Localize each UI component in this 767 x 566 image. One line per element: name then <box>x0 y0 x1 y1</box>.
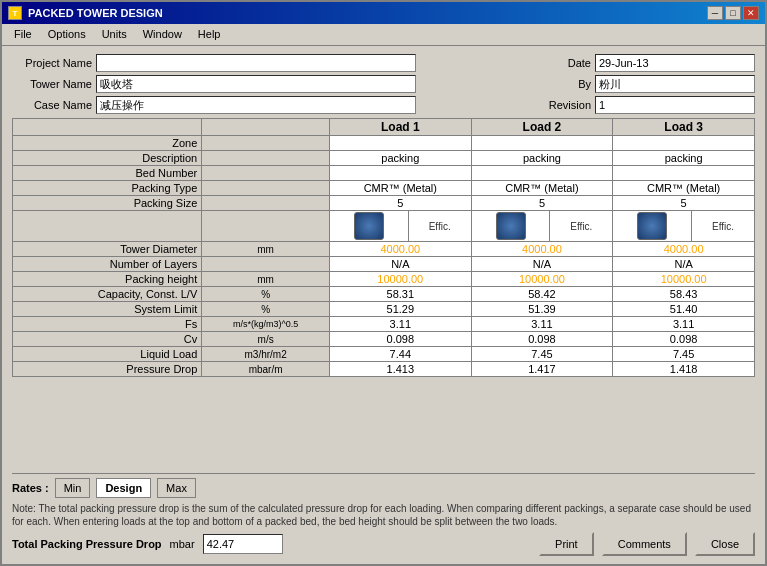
packing-size-row: Packing Size 5 5 5 <box>13 196 755 211</box>
rates-row: Rates : Min Design Max <box>12 478 755 498</box>
bed-val1 <box>329 166 471 181</box>
effic-load1: Effic. <box>408 211 471 242</box>
packing-icon-2 <box>496 212 526 240</box>
cap-val1: 58.31 <box>329 287 471 302</box>
total-label: Total Packing Pressure Drop <box>12 538 162 550</box>
td-val3: 4000.00 <box>613 242 755 257</box>
cv-row: Cv m/s 0.098 0.098 0.098 <box>13 332 755 347</box>
zone-row: Zone <box>13 136 755 151</box>
empty-header <box>13 119 202 136</box>
num-layers-row: Number of Layers N/A N/A N/A <box>13 257 755 272</box>
data-table: Load 1 Load 2 Load 3 Zone <box>12 118 755 377</box>
menu-units[interactable]: Units <box>94 26 135 43</box>
bed-val3 <box>613 166 755 181</box>
cv-label: Cv <box>13 332 202 347</box>
ptype-val3: CMR™ (Metal) <box>613 181 755 196</box>
menu-bar: File Options Units Window Help <box>2 24 765 46</box>
pd-val3: 1.418 <box>613 362 755 377</box>
content-area: Project Name Tower Name Case Name Date <box>2 46 765 564</box>
tower-diameter-row: Tower Diameter mm 4000.00 4000.00 4000.0… <box>13 242 755 257</box>
note-text: Note: The total packing pressure drop is… <box>12 502 755 528</box>
description-row: Description packing packing packing <box>13 151 755 166</box>
tower-diameter-label: Tower Diameter <box>13 242 202 257</box>
system-limit-label: System Limit <box>13 302 202 317</box>
icon-effic-row: Effic. Effic. Effic. <box>13 211 755 242</box>
packing-height-unit: mm <box>202 272 330 287</box>
zone-val1 <box>329 136 471 151</box>
print-button[interactable]: Print <box>539 532 594 556</box>
by-input[interactable] <box>595 75 755 93</box>
packing-type-row: Packing Type CMR™ (Metal) CMR™ (Metal) C… <box>13 181 755 196</box>
bottom-row: Total Packing Pressure Drop mbar Print C… <box>12 532 755 556</box>
title-bar-left: T PACKED TOWER DESIGN <box>8 6 163 20</box>
cv-val1: 0.098 <box>329 332 471 347</box>
rate-min-button[interactable]: Min <box>55 478 91 498</box>
comments-button[interactable]: Comments <box>602 532 687 556</box>
bed-unit <box>202 166 330 181</box>
window-title: PACKED TOWER DESIGN <box>28 7 163 19</box>
packing-height-label: Packing height <box>13 272 202 287</box>
ptype-val2: CMR™ (Metal) <box>471 181 613 196</box>
app-icon: T <box>8 6 22 20</box>
nl-val1: N/A <box>329 257 471 272</box>
cv-unit: m/s <box>202 332 330 347</box>
by-row: By <box>511 75 755 93</box>
icon-load3 <box>613 211 692 242</box>
menu-help[interactable]: Help <box>190 26 229 43</box>
ph-val3: 10000.00 <box>613 272 755 287</box>
capacity-row: Capacity, Const. L/V % 58.31 58.42 58.43 <box>13 287 755 302</box>
close-button[interactable]: Close <box>695 532 755 556</box>
cv-val2: 0.098 <box>471 332 613 347</box>
menu-window[interactable]: Window <box>135 26 190 43</box>
zone-label: Zone <box>13 136 202 151</box>
case-name-input[interactable] <box>96 96 416 114</box>
total-unit: mbar <box>170 538 195 550</box>
right-form: Date By Revision <box>511 54 755 114</box>
total-value-input[interactable] <box>203 534 283 554</box>
maximize-button[interactable]: □ <box>725 6 741 20</box>
left-form: Project Name Tower Name Case Name <box>12 54 501 114</box>
num-layers-label: Number of Layers <box>13 257 202 272</box>
ph-val2: 10000.00 <box>471 272 613 287</box>
liquid-load-row: Liquid Load m3/hr/m2 7.44 7.45 7.45 <box>13 347 755 362</box>
revision-input[interactable] <box>595 96 755 114</box>
pressure-drop-label: Pressure Drop <box>13 362 202 377</box>
fs-unit: m/s*(kg/m3)^0.5 <box>202 317 330 332</box>
cap-val3: 58.43 <box>613 287 755 302</box>
nl-val3: N/A <box>613 257 755 272</box>
window-close-button[interactable]: ✕ <box>743 6 759 20</box>
liquid-load-unit: m3/hr/m2 <box>202 347 330 362</box>
fs-label: Fs <box>13 317 202 332</box>
bed-number-label: Bed Number <box>13 166 202 181</box>
pressure-drop-row: Pressure Drop mbar/m 1.413 1.417 1.418 <box>13 362 755 377</box>
sl-val3: 51.40 <box>613 302 755 317</box>
zone-unit <box>202 136 330 151</box>
tower-name-input[interactable] <box>96 75 416 93</box>
effic-load3: Effic. <box>692 211 755 242</box>
minimize-button[interactable]: ─ <box>707 6 723 20</box>
icon-load1 <box>329 211 408 242</box>
date-row: Date <box>511 54 755 72</box>
sl-val1: 51.29 <box>329 302 471 317</box>
description-unit <box>202 151 330 166</box>
ll-val2: 7.45 <box>471 347 613 362</box>
rate-max-button[interactable]: Max <box>157 478 196 498</box>
menu-file[interactable]: File <box>6 26 40 43</box>
tower-diameter-unit: mm <box>202 242 330 257</box>
rate-design-button[interactable]: Design <box>96 478 151 498</box>
tower-name-label: Tower Name <box>12 78 92 90</box>
fs-val1: 3.11 <box>329 317 471 332</box>
main-window: T PACKED TOWER DESIGN ─ □ ✕ File Options… <box>0 0 767 566</box>
icon-label <box>13 211 202 242</box>
top-form: Project Name Tower Name Case Name Date <box>12 54 755 114</box>
project-name-label: Project Name <box>12 57 92 69</box>
unit-header <box>202 119 330 136</box>
zone-val2 <box>471 136 613 151</box>
packing-icon-1 <box>354 212 384 240</box>
project-name-input[interactable] <box>96 54 416 72</box>
pressure-drop-unit: mbar/m <box>202 362 330 377</box>
packing-size-unit <box>202 196 330 211</box>
menu-options[interactable]: Options <box>40 26 94 43</box>
icon-load2 <box>471 211 550 242</box>
date-input[interactable] <box>595 54 755 72</box>
